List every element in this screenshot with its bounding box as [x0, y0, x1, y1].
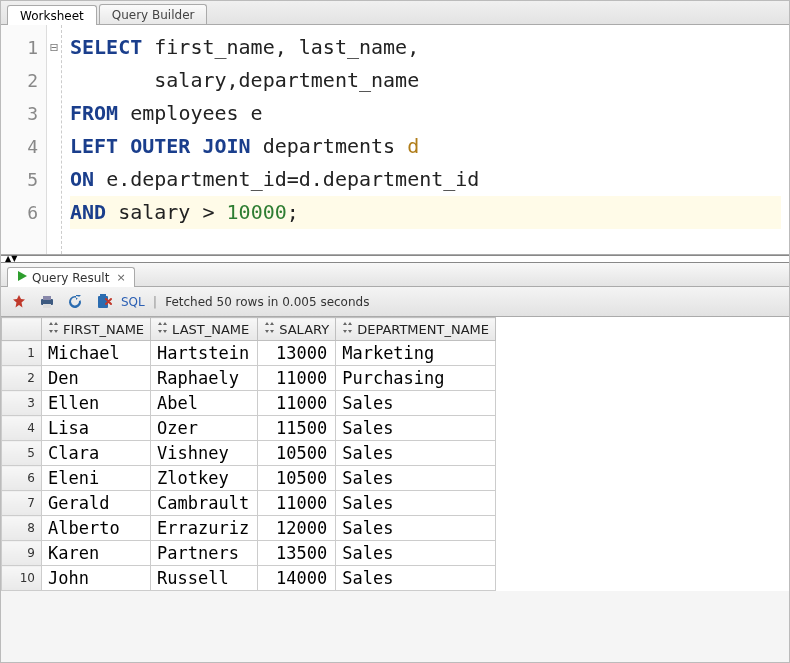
- table-row[interactable]: 3EllenAbel11000Sales: [2, 391, 496, 416]
- data-cell[interactable]: 13000: [258, 341, 336, 366]
- data-cell[interactable]: Purchasing: [336, 366, 496, 391]
- data-cell[interactable]: Den: [42, 366, 151, 391]
- data-cell[interactable]: Abel: [151, 391, 258, 416]
- data-cell[interactable]: Sales: [336, 541, 496, 566]
- data-cell[interactable]: Raphaely: [151, 366, 258, 391]
- data-cell[interactable]: Sales: [336, 416, 496, 441]
- data-cell[interactable]: 10500: [258, 441, 336, 466]
- tab-query-builder[interactable]: Query Builder: [99, 4, 208, 24]
- table-row[interactable]: 10JohnRussell14000Sales: [2, 566, 496, 591]
- tab-worksheet[interactable]: Worksheet: [7, 5, 97, 25]
- table-row[interactable]: 5ClaraVishney10500Sales: [2, 441, 496, 466]
- svg-rect-2: [43, 296, 51, 300]
- code-area[interactable]: SELECT first_name, last_name, salary,dep…: [62, 25, 789, 254]
- column-header[interactable]: FIRST_NAME: [42, 318, 151, 341]
- delete-icon[interactable]: [93, 292, 113, 312]
- data-cell[interactable]: John: [42, 566, 151, 591]
- sql-editor[interactable]: 123456 ⊟ SELECT first_name, last_name, s…: [1, 25, 789, 255]
- data-cell[interactable]: 13500: [258, 541, 336, 566]
- text-token: first_name, last_name,: [142, 35, 419, 59]
- column-header-label: FIRST_NAME: [63, 322, 144, 337]
- data-cell[interactable]: Sales: [336, 491, 496, 516]
- text-token: salary >: [106, 200, 226, 224]
- data-cell[interactable]: Zlotkey: [151, 466, 258, 491]
- data-cell[interactable]: 10500: [258, 466, 336, 491]
- table-row[interactable]: 2DenRaphaely11000Purchasing: [2, 366, 496, 391]
- refresh-icon[interactable]: [65, 292, 85, 312]
- column-header[interactable]: LAST_NAME: [151, 318, 258, 341]
- data-cell[interactable]: Cambrault: [151, 491, 258, 516]
- text-token: departments: [251, 134, 408, 158]
- pin-icon[interactable]: [9, 292, 29, 312]
- fold-toggle[interactable]: [47, 97, 61, 130]
- code-line[interactable]: LEFT OUTER JOIN departments d: [70, 130, 781, 163]
- fold-toggle[interactable]: ⊟: [47, 31, 61, 64]
- text-token: employees e: [118, 101, 263, 125]
- code-line[interactable]: FROM employees e: [70, 97, 781, 130]
- data-cell[interactable]: Michael: [42, 341, 151, 366]
- sql-link[interactable]: SQL: [121, 295, 145, 309]
- line-number: 6: [1, 196, 42, 229]
- table-row[interactable]: 9KarenPartners13500Sales: [2, 541, 496, 566]
- table-row[interactable]: 8AlbertoErrazuriz12000Sales: [2, 516, 496, 541]
- data-cell[interactable]: Sales: [336, 441, 496, 466]
- data-cell[interactable]: Partners: [151, 541, 258, 566]
- data-cell[interactable]: Clara: [42, 441, 151, 466]
- data-cell[interactable]: Sales: [336, 516, 496, 541]
- code-line[interactable]: AND salary > 10000;: [70, 196, 781, 229]
- data-cell[interactable]: Sales: [336, 466, 496, 491]
- table-row[interactable]: 1MichaelHartstein13000Marketing: [2, 341, 496, 366]
- result-grid[interactable]: FIRST_NAMELAST_NAMESALARYDEPARTMENT_NAME…: [1, 317, 496, 591]
- data-cell[interactable]: Gerald: [42, 491, 151, 516]
- data-cell[interactable]: 11000: [258, 491, 336, 516]
- data-cell[interactable]: Hartstein: [151, 341, 258, 366]
- run-icon: [16, 270, 28, 285]
- column-header[interactable]: SALARY: [258, 318, 336, 341]
- data-cell[interactable]: Alberto: [42, 516, 151, 541]
- print-icon[interactable]: [37, 292, 57, 312]
- data-cell[interactable]: 12000: [258, 516, 336, 541]
- code-line[interactable]: SELECT first_name, last_name,: [70, 31, 781, 64]
- data-cell[interactable]: Sales: [336, 566, 496, 591]
- data-cell[interactable]: Ozer: [151, 416, 258, 441]
- data-cell[interactable]: 14000: [258, 566, 336, 591]
- sort-icon[interactable]: [264, 321, 275, 337]
- data-cell[interactable]: Sales: [336, 391, 496, 416]
- text-token: ;: [287, 200, 299, 224]
- data-cell[interactable]: 11000: [258, 391, 336, 416]
- fold-toggle[interactable]: [47, 196, 61, 229]
- row-number-cell: 2: [2, 366, 42, 391]
- column-header[interactable]: DEPARTMENT_NAME: [336, 318, 496, 341]
- data-cell[interactable]: Eleni: [42, 466, 151, 491]
- sort-icon[interactable]: [342, 321, 353, 337]
- row-number-cell: 4: [2, 416, 42, 441]
- result-tab-query-result[interactable]: Query Result ×: [7, 267, 135, 287]
- data-cell[interactable]: Errazuriz: [151, 516, 258, 541]
- data-cell[interactable]: Russell: [151, 566, 258, 591]
- line-number: 1: [1, 31, 42, 64]
- table-row[interactable]: 7GeraldCambrault11000Sales: [2, 491, 496, 516]
- fold-toggle[interactable]: [47, 64, 61, 97]
- data-cell[interactable]: 11500: [258, 416, 336, 441]
- editor-tab-bar: Worksheet Query Builder: [1, 1, 789, 25]
- fold-toggle[interactable]: [47, 163, 61, 196]
- data-cell[interactable]: 11000: [258, 366, 336, 391]
- fold-column[interactable]: ⊟: [47, 25, 61, 254]
- code-line[interactable]: salary,department_name: [70, 64, 781, 97]
- data-cell[interactable]: Marketing: [336, 341, 496, 366]
- data-cell[interactable]: Karen: [42, 541, 151, 566]
- table-row[interactable]: 6EleniZlotkey10500Sales: [2, 466, 496, 491]
- sort-icon[interactable]: [157, 321, 168, 337]
- close-icon[interactable]: ×: [116, 271, 125, 284]
- table-row[interactable]: 4LisaOzer11500Sales: [2, 416, 496, 441]
- fold-toggle[interactable]: [47, 130, 61, 163]
- data-cell[interactable]: Ellen: [42, 391, 151, 416]
- code-line[interactable]: ON e.department_id=d.department_id: [70, 163, 781, 196]
- svg-rect-4: [98, 296, 108, 308]
- data-cell[interactable]: Lisa: [42, 416, 151, 441]
- toolbar-separator: |: [153, 294, 157, 309]
- sort-icon[interactable]: [48, 321, 59, 337]
- result-tab-label: Query Result: [32, 271, 109, 285]
- pane-splitter[interactable]: ▲▼: [1, 255, 789, 263]
- data-cell[interactable]: Vishney: [151, 441, 258, 466]
